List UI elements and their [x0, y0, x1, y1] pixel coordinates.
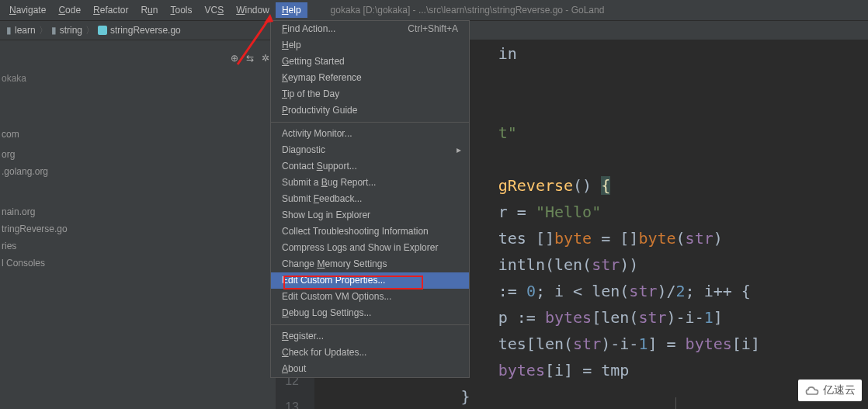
watermark: 亿速云	[798, 380, 862, 401]
sidebar-item[interactable]: nain.org	[0, 203, 269, 220]
filter-icon[interactable]: ⇆	[246, 53, 254, 64]
menu-item[interactable]: Getting Started	[271, 54, 469, 70]
go-file-icon	[98, 26, 107, 35]
menu-item[interactable]: About	[271, 361, 469, 377]
menu-item[interactable]: Edit Custom VM Options...	[271, 289, 469, 305]
folder-icon: ▮	[6, 25, 12, 36]
menu-item[interactable]: Submit a Bug Report...	[271, 175, 469, 191]
folder-icon: ▮	[51, 25, 57, 36]
sidebar-item[interactable]: com	[0, 126, 269, 143]
chevron-right-icon: 〉	[39, 24, 48, 37]
sidebar-item[interactable]: org	[0, 146, 269, 163]
menu-run[interactable]: Run	[134, 2, 164, 18]
target-icon[interactable]: ⊕	[231, 53, 238, 64]
project-sidebar: ⊕ ⇆ ✲ okaka com org .golang.org nain.org…	[0, 40, 276, 409]
menu-item[interactable]: Check for Updates...	[271, 345, 469, 361]
breadcrumb-item[interactable]: learn	[15, 25, 36, 36]
menu-item[interactable]: Contact Support...	[271, 158, 469, 175]
menu-item[interactable]: Edit Custom Properties...	[271, 272, 469, 289]
menu-separator	[271, 324, 469, 325]
breadcrumb-item[interactable]: string	[60, 25, 82, 36]
chevron-right-icon: 〉	[85, 24, 95, 37]
window-title: gokaka [D:\gokaka] - ...\src\learn\strin…	[331, 5, 605, 16]
menu-item[interactable]: Find Action...Ctrl+Shift+A	[271, 21, 469, 37]
menu-item[interactable]: Compress Logs and Show in Explorer	[271, 240, 469, 256]
menu-separator	[271, 122, 469, 123]
menu-item[interactable]: Activity Monitor...	[271, 126, 469, 142]
menu-window[interactable]: Window	[230, 2, 276, 18]
help-menu-dropdown: Find Action...Ctrl+Shift+AHelpGetting St…	[270, 20, 470, 378]
menu-code[interactable]: Code	[52, 2, 87, 18]
menubar: NavigateCodeRefactorRunToolsVCSWindowHel…	[0, 0, 868, 20]
menu-tools[interactable]: Tools	[164, 2, 198, 18]
menu-item[interactable]: Collect Troubleshooting Information	[271, 224, 469, 240]
menu-item[interactable]: Submit Feedback...	[271, 191, 469, 207]
sidebar-item[interactable]: .golang.org	[0, 163, 269, 180]
menu-help[interactable]: Help	[276, 2, 307, 18]
menu-item[interactable]: Show Log in Explorer	[271, 207, 469, 224]
menu-item[interactable]: Help	[271, 37, 469, 54]
sidebar-item[interactable]: ries	[0, 237, 269, 255]
sidebar-title: okaka	[0, 70, 269, 87]
menu-item[interactable]: Register...	[271, 328, 469, 345]
menu-refactor[interactable]: Refactor	[87, 2, 134, 18]
chevron-right-icon: ▸	[457, 142, 461, 158]
menu-item[interactable]: Productivity Guide	[271, 102, 469, 119]
menu-item[interactable]: Diagnostic▸	[271, 142, 469, 158]
settings-icon[interactable]: ✲	[262, 53, 269, 64]
sidebar-item[interactable]: tringReverse.go	[0, 220, 269, 237]
sidebar-item[interactable]: l Consoles	[0, 255, 269, 272]
breadcrumb-item[interactable]: stringReverse.go	[110, 25, 181, 36]
menu-item[interactable]: Debug Log Settings...	[271, 305, 469, 321]
menu-navigate[interactable]: Navigate	[3, 2, 52, 18]
menu-item[interactable]: Keymap Reference	[271, 70, 469, 86]
menu-vcs[interactable]: VCS	[199, 2, 231, 18]
menu-item[interactable]: Change Memory Settings	[271, 256, 469, 272]
menu-item[interactable]: Tip of the Day	[271, 86, 469, 102]
